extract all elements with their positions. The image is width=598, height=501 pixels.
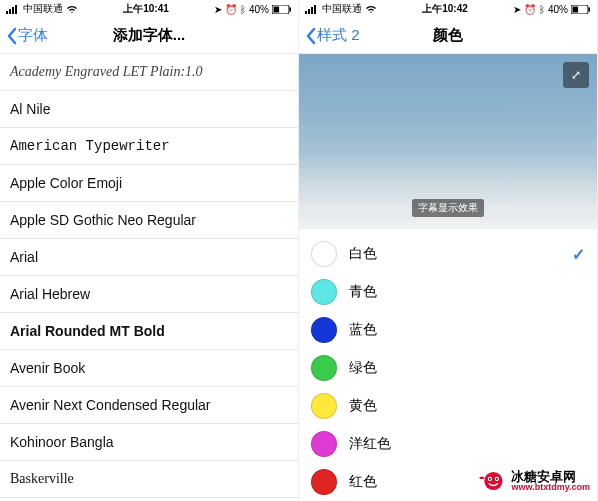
color-list[interactable]: 白色 ✓ 青色 蓝色 绿色 黄色 洋红色 [299, 229, 597, 501]
carrier-label: 中国联通 [322, 2, 362, 16]
status-bar: 中国联通 上午10:41 ➤ ⏰ ᛒ 40% [0, 0, 298, 18]
watermark: 冰糖安卓网 www.btxtdmy.com [478, 469, 590, 493]
font-item[interactable]: Apple Color Emoji [0, 165, 298, 202]
nav-bar: 样式 2 颜色 [299, 18, 597, 54]
signal-icon [305, 5, 319, 14]
color-item-yellow[interactable]: 黄色 [299, 387, 597, 425]
svg-rect-7 [305, 11, 307, 14]
color-label: 白色 [349, 245, 560, 263]
svg-rect-10 [314, 5, 316, 14]
svg-point-17 [489, 478, 491, 480]
watermark-logo-icon [478, 469, 506, 493]
color-swatch [311, 355, 337, 381]
subtitle-sample: 字幕显示效果 [412, 199, 484, 217]
svg-rect-9 [311, 7, 313, 14]
wifi-icon [365, 5, 377, 14]
bluetooth-icon: ᛒ [539, 4, 545, 15]
font-list[interactable]: Academy Engraved LET Plain:1.0 Al Nile A… [0, 54, 298, 501]
color-item-white[interactable]: 白色 ✓ [299, 235, 597, 273]
svg-point-14 [485, 472, 503, 490]
svg-rect-2 [12, 7, 14, 14]
phone-left: 中国联通 上午10:41 ➤ ⏰ ᛒ 40% 字体 添加字体... Academ… [0, 0, 299, 501]
back-button[interactable]: 样式 2 [305, 26, 360, 45]
phone-right: 中国联通 上午10:42 ➤ ⏰ ᛒ 40% 样式 2 颜色 ⤢ 字幕显示效果 [299, 0, 598, 501]
font-item[interactable]: American Typewriter [0, 128, 298, 165]
back-button[interactable]: 字体 [6, 26, 48, 45]
location-icon: ➤ [214, 4, 222, 15]
font-item[interactable]: Arial Rounded MT Bold [0, 313, 298, 350]
status-bar: 中国联通 上午10:42 ➤ ⏰ ᛒ 40% [299, 0, 597, 18]
alarm-icon: ⏰ [524, 4, 536, 15]
font-item[interactable]: Avenir Book [0, 350, 298, 387]
color-label: 蓝色 [349, 321, 585, 339]
color-item-blue[interactable]: 蓝色 [299, 311, 597, 349]
chevron-left-icon [6, 27, 18, 45]
svg-rect-3 [15, 5, 17, 14]
color-swatch [311, 393, 337, 419]
color-swatch [311, 431, 337, 457]
nav-bar: 字体 添加字体... [0, 18, 298, 54]
font-item[interactable]: Academy Engraved LET Plain:1.0 [0, 54, 298, 91]
font-item[interactable]: Al Nile [0, 91, 298, 128]
color-item-cyan[interactable]: 青色 [299, 273, 597, 311]
svg-rect-13 [589, 7, 591, 11]
chevron-left-icon [305, 27, 317, 45]
battery-percent: 40% [548, 4, 568, 15]
bluetooth-icon: ᛒ [240, 4, 246, 15]
alarm-icon: ⏰ [225, 4, 237, 15]
svg-point-18 [496, 478, 498, 480]
svg-rect-0 [6, 11, 8, 14]
back-label: 字体 [18, 26, 48, 45]
font-item[interactable]: Apple SD Gothic Neo Regular [0, 202, 298, 239]
battery-icon [571, 5, 591, 14]
color-item-magenta[interactable]: 洋红色 [299, 425, 597, 463]
expand-icon[interactable]: ⤢ [563, 62, 589, 88]
svg-rect-5 [274, 6, 280, 12]
color-swatch [311, 241, 337, 267]
carrier-label: 中国联通 [23, 2, 63, 16]
video-preview: ⤢ 字幕显示效果 [299, 54, 597, 229]
svg-rect-19 [480, 477, 485, 479]
battery-percent: 40% [249, 4, 269, 15]
color-label: 洋红色 [349, 435, 585, 453]
svg-rect-8 [308, 9, 310, 14]
signal-icon [6, 5, 20, 14]
font-item[interactable]: Kohinoor Bangla [0, 424, 298, 461]
status-time: 上午10:41 [123, 2, 169, 16]
check-icon: ✓ [572, 245, 585, 264]
font-item[interactable]: Arial Hebrew [0, 276, 298, 313]
watermark-url: www.btxtdmy.com [511, 483, 590, 492]
color-label: 黄色 [349, 397, 585, 415]
svg-rect-6 [290, 7, 292, 11]
color-swatch [311, 279, 337, 305]
svg-rect-12 [573, 6, 579, 12]
status-time: 上午10:42 [422, 2, 468, 16]
color-label: 绿色 [349, 359, 585, 377]
color-item-green[interactable]: 绿色 [299, 349, 597, 387]
location-icon: ➤ [513, 4, 521, 15]
wifi-icon [66, 5, 78, 14]
back-label: 样式 2 [317, 26, 360, 45]
svg-rect-1 [9, 9, 11, 14]
font-item[interactable]: Baskerville [0, 461, 298, 498]
font-item[interactable]: Arial [0, 239, 298, 276]
font-item[interactable]: Avenir Next Condensed Regular [0, 387, 298, 424]
color-swatch [311, 317, 337, 343]
battery-icon [272, 5, 292, 14]
color-swatch [311, 469, 337, 495]
color-label: 青色 [349, 283, 585, 301]
